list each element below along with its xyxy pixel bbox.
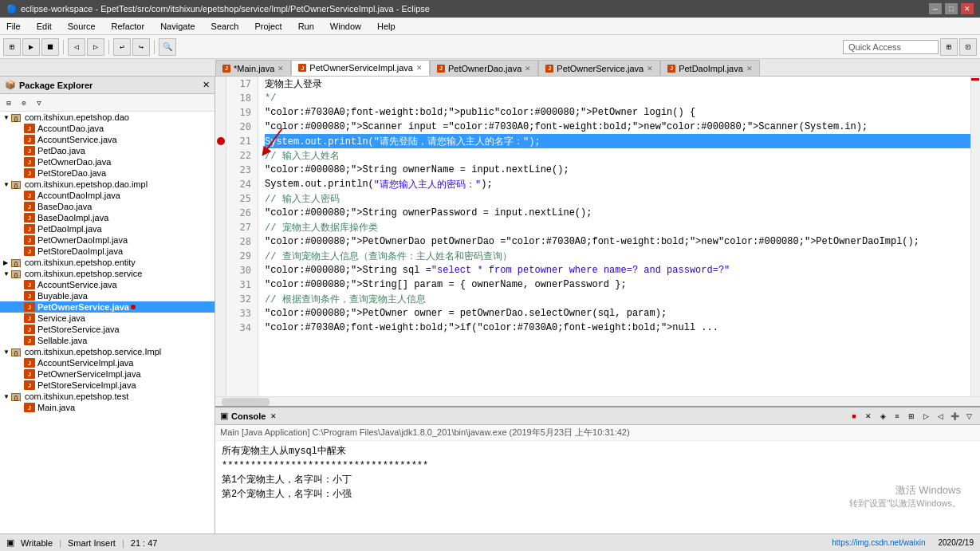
minimize-button[interactable]: ─ (929, 3, 942, 14)
menu-file[interactable]: File (3, 20, 24, 33)
sidebar-item-1[interactable]: JAccountDao.java (0, 123, 214, 134)
gutter-line-3[interactable] (215, 120, 226, 134)
sidebar-item-8[interactable]: JBaseDao.java (0, 201, 214, 212)
tab-close-4[interactable]: ✕ (746, 65, 753, 73)
sidebar-close-icon[interactable]: ✕ (203, 80, 210, 90)
sidebar-item-13[interactable]: ▶{}com.itshixun.epetshop.entity (0, 257, 214, 268)
sidebar-item-14[interactable]: ▼{}com.itshixun.epetshop.service (0, 268, 214, 279)
sidebar-item-23[interactable]: JPetOwnerServiceImpl.java (0, 368, 214, 380)
tab-close-1[interactable]: ✕ (416, 64, 423, 72)
sidebar-item-26[interactable]: JMain.java (0, 402, 214, 413)
terminate-button[interactable]: ■ (848, 410, 860, 423)
toolbar-btn-1[interactable]: ⊞ (3, 38, 21, 56)
sidebar-item-20[interactable]: JSellable.java (0, 335, 214, 346)
toolbar-btn-6[interactable]: ↩ (113, 38, 131, 56)
gutter-line-15[interactable] (215, 292, 226, 306)
menu-help[interactable]: Help (374, 20, 399, 33)
menu-edit[interactable]: Edit (33, 20, 55, 33)
tab-close-2[interactable]: ✕ (525, 65, 531, 73)
gutter-line-0[interactable] (215, 77, 226, 91)
line-num-32: 32 (230, 292, 251, 306)
sidebar-item-25[interactable]: ▼{}com.itshixun.epetshop.test (0, 391, 214, 402)
sidebar-item-18[interactable]: JService.java (0, 313, 214, 324)
sidebar-item-16[interactable]: JBuyable.java (0, 290, 214, 301)
gutter-line-14[interactable] (215, 277, 226, 292)
code-content[interactable]: 宠物主人登录 */ "color:#7030A0;font-weight:bol… (258, 77, 970, 396)
gutter-line-17[interactable] (215, 321, 226, 335)
line-num-26: 26 (230, 206, 251, 220)
sidebar-item-0[interactable]: ▼{}com.itshixun.epetshop.dao (0, 112, 214, 123)
gutter-line-2[interactable] (215, 105, 226, 120)
link-editor-button[interactable]: ⊙ (17, 96, 31, 110)
console-new-button[interactable]: ➕ (948, 410, 961, 423)
gutter-line-8[interactable] (215, 191, 226, 206)
menu-run[interactable]: Run (295, 20, 317, 33)
sidebar-item-6[interactable]: ▼{}com.itshixun.epetshop.dao.impl (0, 179, 214, 190)
gutter-line-13[interactable] (215, 263, 226, 277)
console-btn-6[interactable]: ▷ (919, 410, 932, 423)
menu-window[interactable]: Window (327, 20, 364, 33)
sidebar-item-19[interactable]: JPetStoreService.java (0, 324, 214, 335)
toolbar-btn-8[interactable]: 🔍 (159, 38, 176, 56)
sidebar-item-10[interactable]: JPetDaoImpl.java (0, 223, 214, 234)
tab-1[interactable]: JPetOwnerServiceImpl.java✕ (291, 60, 430, 76)
console-btn-4[interactable]: ≡ (891, 410, 903, 423)
menu-refactor[interactable]: Refactor (108, 20, 148, 33)
console-btn-2[interactable]: ✕ (862, 410, 875, 423)
sidebar-item-7[interactable]: JAccountDaoImpl.java (0, 190, 214, 201)
gutter-line-4[interactable] (215, 134, 226, 148)
menu-source[interactable]: Source (65, 20, 99, 33)
sidebar-item-4[interactable]: JPetOwnerDao.java (0, 156, 214, 167)
toolbar-btn-2[interactable]: ▶ (22, 38, 40, 56)
gutter-line-11[interactable] (215, 234, 226, 249)
gutter-line-6[interactable] (215, 163, 226, 177)
console-menu-button[interactable]: ▽ (962, 410, 975, 423)
close-button[interactable]: ✕ (961, 3, 974, 14)
menu-navigate[interactable]: Navigate (157, 20, 198, 33)
sidebar-item-22[interactable]: JAccountServiceImpl.java (0, 357, 214, 368)
gutter-line-7[interactable] (215, 177, 226, 191)
gutter-line-1[interactable] (215, 91, 226, 105)
menu-search[interactable]: Search (208, 20, 242, 33)
right-scrollbar[interactable] (970, 77, 980, 396)
tab-3[interactable]: JPetOwnerService.java✕ (538, 60, 660, 76)
toolbar-btn-10[interactable]: ⊡ (959, 38, 977, 56)
toolbar-btn-9[interactable]: ⊞ (940, 38, 958, 56)
sidebar-item-11[interactable]: JPetOwnerDaoImpl.java (0, 234, 214, 246)
tab-close-0[interactable]: ✕ (277, 65, 284, 73)
tab-close-3[interactable]: ✕ (647, 65, 653, 73)
sidebar-item-24[interactable]: JPetStoreServiceImpl.java (0, 380, 214, 391)
quick-access-input[interactable]: Quick Access (843, 40, 939, 54)
sidebar-item-17[interactable]: JPetOwnerService.java (0, 301, 214, 313)
sidebar-item-2[interactable]: JAccountService.java (0, 134, 214, 145)
sidebar-item-9[interactable]: JBaseDaoImpl.java (0, 212, 214, 223)
view-menu-button[interactable]: ▽ (32, 96, 46, 110)
sidebar-item-3[interactable]: JPetDao.java (0, 145, 214, 156)
code-editor[interactable]: 171819202122232425262728293031323334 宠物主… (215, 77, 980, 396)
scroll-lock-button[interactable]: ⊞ (905, 410, 918, 423)
status-url: https://img.csdn.net/waixin (832, 538, 925, 547)
tab-0[interactable]: J*Main.java✕ (215, 60, 291, 76)
toolbar-btn-5[interactable]: ▷ (87, 38, 104, 56)
tab-2[interactable]: JPetOwnerDao.java✕ (430, 60, 538, 76)
toolbar-btn-7[interactable]: ↪ (132, 38, 150, 56)
tab-4[interactable]: JPetDaoImpl.java✕ (660, 60, 760, 76)
sidebar-item-15[interactable]: JAccountService.java (0, 279, 214, 290)
gutter-line-12[interactable] (215, 249, 226, 263)
console-btn-7[interactable]: ◁ (934, 410, 947, 423)
console-tab-close-icon[interactable]: ✕ (270, 412, 277, 420)
sidebar-item-5[interactable]: JPetStoreDao.java (0, 167, 214, 179)
horizontal-scrollbar[interactable] (215, 396, 980, 406)
maximize-button[interactable]: □ (945, 3, 958, 14)
console-btn-3[interactable]: ◈ (876, 410, 889, 423)
toolbar-btn-4[interactable]: ◁ (68, 38, 85, 56)
gutter-line-16[interactable] (215, 306, 226, 321)
sidebar-item-21[interactable]: ▼{}com.itshixun.epetshop.service.Impl (0, 346, 214, 357)
collapse-all-button[interactable]: ⊟ (2, 96, 16, 110)
gutter-line-9[interactable] (215, 206, 226, 220)
sidebar-item-12[interactable]: JPetStoreDaoImpl.java (0, 246, 214, 257)
menu-project[interactable]: Project (251, 20, 285, 33)
gutter-line-10[interactable] (215, 220, 226, 234)
gutter-line-5[interactable] (215, 148, 226, 163)
toolbar-btn-3[interactable]: ⏹ (41, 38, 59, 56)
